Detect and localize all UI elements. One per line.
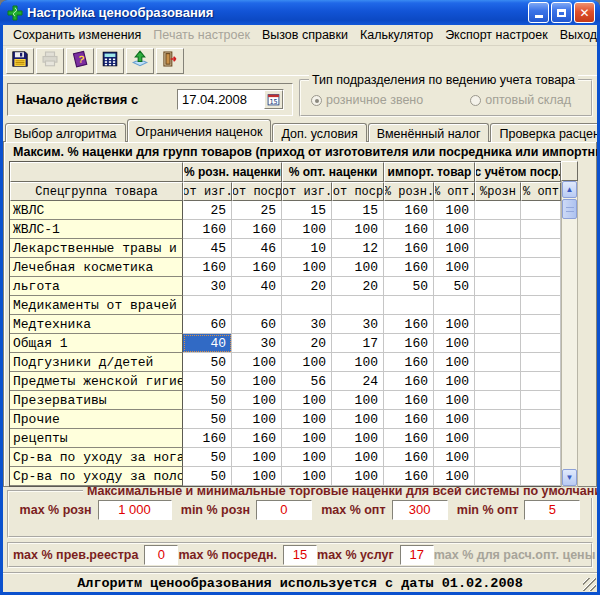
tab-4[interactable]: Проверка расценки [490,123,597,142]
table-cell[interactable]: 40 [183,334,232,353]
table-cell[interactable]: 46 [232,239,282,258]
table-cell[interactable]: 100 [332,467,384,486]
table-cell[interactable]: 160 [384,372,434,391]
scrollbar-track[interactable]: ▲ ▼ [561,181,578,487]
table-cell[interactable] [475,391,521,410]
table-cell[interactable]: 50 [183,372,232,391]
table-cell[interactable]: 160 [384,391,434,410]
row-label[interactable]: Ср-ва по уходу за ногами [10,448,183,467]
menu-item-4[interactable]: Экспорт настроек [439,26,554,44]
table-cell[interactable]: 160 [384,201,434,220]
table-cell[interactable]: 100 [434,372,475,391]
help-toolbar-button[interactable]: ? [66,48,94,74]
table-cell[interactable]: 100 [434,201,475,220]
table-cell[interactable]: 50 [384,277,434,296]
table-cell[interactable] [434,296,475,315]
table-cell[interactable] [521,467,561,486]
maximize-button[interactable] [551,2,572,23]
table-cell[interactable] [521,429,561,448]
table-cell[interactable]: 50 [183,410,232,429]
limit-field-input[interactable]: 15 [283,545,317,565]
table-cell[interactable] [521,448,561,467]
table-cell[interactable]: 25 [183,201,232,220]
table-cell[interactable]: 100 [434,429,475,448]
table-cell[interactable]: 100 [332,429,384,448]
table-cell[interactable] [521,334,561,353]
table-cell[interactable] [475,448,521,467]
table-cell[interactable]: 30 [183,277,232,296]
table-cell[interactable]: 40 [232,277,282,296]
default-field-input[interactable]: 1 000 [98,500,172,520]
row-label[interactable]: Презервативы [10,391,183,410]
table-cell[interactable] [475,220,521,239]
table-cell[interactable]: 160 [232,258,282,277]
table-cell[interactable]: 100 [282,429,332,448]
table-cell[interactable]: 100 [332,448,384,467]
limit-field-input[interactable]: 0 [144,545,178,565]
table-cell[interactable]: 56 [282,372,332,391]
table-cell[interactable]: 100 [434,258,475,277]
limit-field-input[interactable]: 17 [400,545,434,565]
row-label[interactable]: Подгузники д/детей [10,353,183,372]
table-cell[interactable] [232,296,282,315]
menu-item-5[interactable]: Выход без изменений [554,26,597,44]
table-cell[interactable]: 50 [183,353,232,372]
table-cell[interactable] [475,239,521,258]
row-label[interactable]: Предметы женской гигиены [10,372,183,391]
default-field-input[interactable]: 300 [392,500,448,520]
default-field-input[interactable]: 0 [256,500,312,520]
table-cell[interactable]: 100 [232,372,282,391]
tab-0[interactable]: Выбор алгоритма [5,123,126,142]
default-field-input[interactable]: 5 [524,500,580,520]
table-cell[interactable]: 100 [434,410,475,429]
table-cell[interactable] [332,296,384,315]
table-cell[interactable]: 160 [384,334,434,353]
menu-item-2[interactable]: Вызов справки [256,26,354,44]
export-toolbar-button[interactable] [126,48,154,74]
table-cell[interactable]: 17 [332,334,384,353]
table-cell[interactable]: 15 [332,201,384,220]
row-label[interactable]: рецепты [10,429,183,448]
table-cell[interactable]: 60 [232,315,282,334]
radio-icon[interactable] [311,95,322,106]
calculator-toolbar-button[interactable] [96,48,124,74]
table-cell[interactable]: 30 [232,334,282,353]
table-cell[interactable]: 100 [282,353,332,372]
exit-toolbar-button[interactable] [156,48,184,74]
table-cell[interactable] [183,296,232,315]
scroll-up-button[interactable]: ▲ [562,181,577,198]
table-cell[interactable] [475,467,521,486]
table-cell[interactable]: 100 [232,391,282,410]
table-cell[interactable] [475,429,521,448]
table-cell[interactable]: 160 [384,448,434,467]
row-label[interactable]: Медикаменты от врачей [10,296,183,315]
table-cell[interactable]: 100 [282,410,332,429]
table-cell[interactable]: 50 [434,277,475,296]
table-cell[interactable]: 50 [183,448,232,467]
table-cell[interactable] [521,220,561,239]
table-cell[interactable]: 100 [434,220,475,239]
table-cell[interactable]: 100 [434,315,475,334]
minimize-button[interactable] [528,2,549,23]
table-cell[interactable] [521,239,561,258]
table-cell[interactable]: 15 [282,201,332,220]
scrollbar-thumb[interactable] [562,199,577,219]
table-cell[interactable]: 100 [332,353,384,372]
row-label[interactable]: Прочие [10,410,183,429]
table-cell[interactable] [521,391,561,410]
table-cell[interactable]: 100 [332,258,384,277]
table-cell[interactable]: 20 [332,277,384,296]
table-cell[interactable] [475,258,521,277]
table-cell[interactable]: 160 [183,220,232,239]
table-cell[interactable]: 100 [434,353,475,372]
table-cell[interactable]: 160 [384,258,434,277]
scroll-down-button[interactable]: ▼ [562,469,577,486]
table-cell[interactable] [475,296,521,315]
save-toolbar-button[interactable] [6,48,34,74]
start-date-input[interactable]: 17.04.2008 [178,92,264,107]
table-cell[interactable] [384,296,434,315]
table-cell[interactable]: 100 [282,220,332,239]
table-cell[interactable]: 100 [332,391,384,410]
table-cell[interactable] [475,315,521,334]
table-cell[interactable]: 30 [332,315,384,334]
